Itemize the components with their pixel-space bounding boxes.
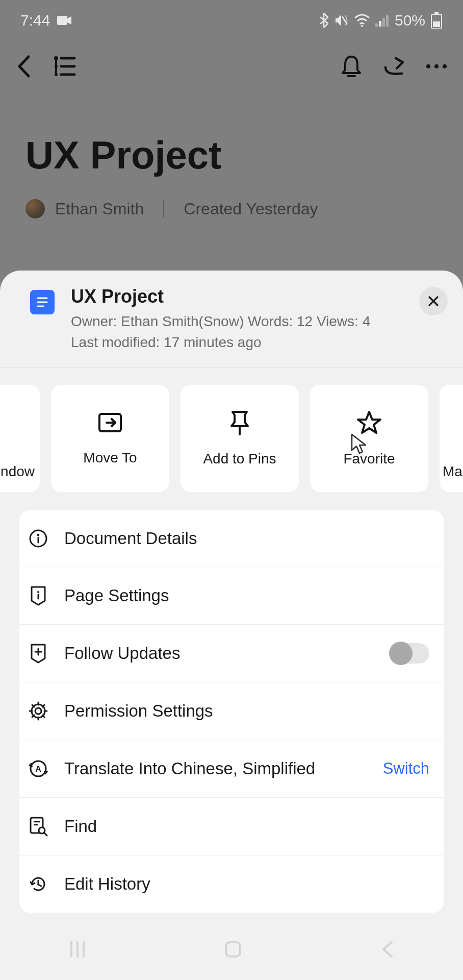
quick-partial-left-label: ndow — [1, 463, 35, 480]
info-icon — [29, 529, 48, 548]
document-details-label: Document Details — [64, 529, 429, 548]
quick-add-to-pins[interactable]: Add to Pins — [181, 385, 299, 492]
option-follow-updates[interactable]: Follow Updates — [19, 625, 444, 682]
page-settings-icon — [30, 585, 47, 606]
find-label: Find — [64, 817, 429, 836]
svg-point-13 — [55, 73, 58, 76]
mute-vibrate-icon — [333, 13, 349, 28]
back-nav-icon[interactable] — [378, 939, 396, 960]
favorite-label: Favorite — [343, 451, 395, 467]
page-settings-label: Page Settings — [64, 586, 429, 605]
svg-rect-6 — [386, 15, 389, 27]
bell-icon[interactable] — [341, 55, 362, 78]
option-page-settings[interactable]: Page Settings — [19, 567, 444, 625]
svg-point-30 — [37, 591, 39, 593]
option-list: Document Details Page Settings Follow Up… — [19, 510, 444, 913]
edit-history-label: Edit History — [64, 874, 429, 894]
avatar — [25, 199, 45, 218]
svg-point-34 — [35, 708, 41, 714]
back-icon[interactable] — [15, 55, 33, 78]
option-document-details[interactable]: Document Details — [19, 510, 444, 567]
svg-rect-48 — [226, 942, 240, 957]
add-to-pins-label: Add to Pins — [203, 451, 276, 467]
close-button[interactable] — [419, 287, 448, 315]
gear-icon — [28, 701, 48, 721]
move-to-icon — [97, 411, 123, 434]
status-time: 7:44 — [20, 12, 50, 29]
share-icon[interactable] — [382, 55, 405, 78]
app-header — [0, 46, 463, 87]
svg-point-18 — [426, 64, 430, 68]
recents-icon[interactable] — [67, 939, 88, 960]
created-label: Created Yesterday — [184, 200, 318, 218]
quick-actions[interactable]: ndow Move To Add to Pins Favorite Ma — [0, 368, 463, 492]
svg-point-35 — [32, 704, 45, 718]
svg-point-28 — [37, 534, 40, 536]
quick-card-partial-left[interactable]: ndow — [0, 385, 40, 492]
option-edit-history[interactable]: Edit History — [19, 855, 444, 913]
battery-percent: 50% — [395, 12, 425, 29]
svg-rect-0 — [57, 16, 67, 25]
sheet-modified-line: Last modified: 17 minutes ago — [71, 332, 419, 353]
page-title: UX Project — [25, 133, 221, 177]
divider — [163, 200, 164, 218]
svg-point-20 — [443, 64, 447, 68]
quick-favorite[interactable]: Favorite — [310, 385, 428, 492]
more-icon[interactable] — [425, 63, 448, 69]
svg-point-19 — [434, 64, 439, 68]
translate-icon: A — [28, 758, 48, 779]
page-byline: Ethan Smith Created Yesterday — [25, 199, 318, 218]
move-to-label: Move To — [83, 450, 137, 466]
star-icon — [356, 410, 382, 435]
follow-updates-label: Follow Updates — [64, 644, 374, 663]
option-permission-settings[interactable]: Permission Settings — [19, 682, 444, 740]
svg-text:A: A — [35, 765, 41, 773]
battery-icon — [430, 12, 443, 29]
svg-point-2 — [361, 25, 363, 27]
translate-switch-link[interactable]: Switch — [383, 760, 429, 778]
bluetooth-icon — [319, 13, 328, 28]
sheet-title: UX Project — [71, 286, 419, 307]
follow-icon — [30, 643, 47, 664]
svg-point-12 — [55, 65, 58, 68]
sheet-owner-line: Owner: Ethan Smith(Snow) Words: 12 Views… — [71, 311, 419, 332]
translate-label: Translate Into Chinese, Simplified — [64, 759, 368, 778]
option-translate[interactable]: A Translate Into Chinese, Simplified Swi… — [19, 740, 444, 798]
history-icon — [28, 874, 48, 894]
svg-rect-5 — [382, 18, 385, 27]
find-icon — [29, 816, 48, 837]
quick-card-partial-right[interactable]: Ma — [440, 385, 463, 492]
svg-rect-3 — [375, 23, 378, 27]
camera-icon — [57, 15, 71, 26]
signal-icon — [375, 14, 390, 27]
doc-icon — [28, 288, 57, 316]
system-nav-bar — [0, 919, 463, 980]
home-icon[interactable] — [222, 938, 244, 961]
sheet-header: UX Project Owner: Ethan Smith(Snow) Word… — [0, 271, 463, 368]
svg-rect-4 — [379, 21, 381, 27]
svg-rect-9 — [433, 21, 440, 27]
status-bar: 7:44 50% — [0, 0, 463, 41]
permission-settings-label: Permission Settings — [64, 701, 429, 721]
follow-updates-toggle[interactable] — [390, 643, 429, 664]
close-icon — [427, 295, 440, 307]
author-name: Ethan Smith — [55, 200, 144, 218]
pin-icon — [228, 410, 251, 435]
action-sheet: UX Project Owner: Ethan Smith(Snow) Word… — [0, 271, 463, 980]
wifi-icon — [354, 14, 370, 27]
svg-line-42 — [44, 832, 47, 836]
quick-partial-right-label: Ma — [443, 463, 462, 480]
outline-icon[interactable] — [51, 55, 76, 78]
quick-move-to[interactable]: Move To — [51, 385, 169, 492]
svg-line-44 — [38, 885, 41, 886]
option-find[interactable]: Find — [19, 798, 444, 855]
